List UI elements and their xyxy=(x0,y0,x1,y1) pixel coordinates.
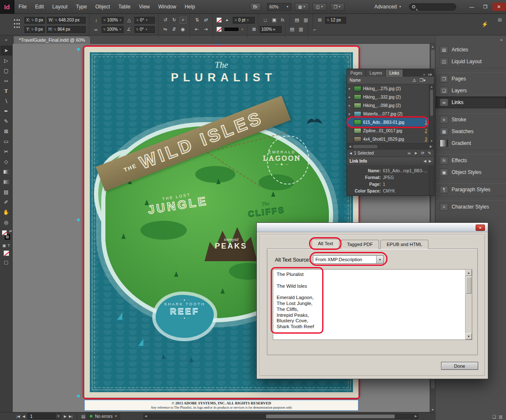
tab-pages[interactable]: Pages xyxy=(347,70,366,77)
page-tool[interactable] xyxy=(0,66,12,76)
flip-vertical-icon[interactable]: ⇵ xyxy=(171,26,178,33)
nav-left-icon[interactable]: ◀ xyxy=(350,152,352,155)
text-wrap-none-icon[interactable]: ▤ xyxy=(293,17,300,24)
scroll-up-icon[interactable]: ▲ xyxy=(429,84,434,89)
effects-icon[interactable]: fx. xyxy=(280,17,286,24)
spinner-icon[interactable]: ⇅ xyxy=(103,19,106,22)
dock-item-swatches[interactable]: Swatches xyxy=(436,126,506,137)
spinner-icon[interactable]: ⇅ xyxy=(327,19,329,22)
spinner-icon[interactable]: ⇅ xyxy=(55,19,57,22)
menu-type[interactable]: Type xyxy=(72,0,91,13)
text-wrap-icon[interactable]: ▥ xyxy=(302,17,309,24)
scissors-tool[interactable] xyxy=(0,147,12,157)
dock-item-liquid-layout[interactable]: Liquid Layout xyxy=(436,56,506,67)
dock-collapse-icon[interactable]: « xyxy=(500,37,503,42)
stroke-color-swatch[interactable] xyxy=(224,27,239,32)
fit-content-icon[interactable]: ▤ xyxy=(289,26,296,33)
page-number-dropdown[interactable]: 1 ▼ xyxy=(27,413,61,419)
rotate-ccw-icon[interactable]: ↺ xyxy=(162,17,169,24)
formatting-text-icon[interactable]: T xyxy=(8,243,10,248)
x-position-field[interactable]: X:⇅0 px xyxy=(24,17,45,24)
alt-text-textarea[interactable]: The Pluralist The Wild Isles Emerald Lag… xyxy=(273,269,472,340)
corner-radius-field[interactable]: ⇅12 px xyxy=(325,17,346,24)
dock-item-links[interactable]: Links xyxy=(436,96,506,108)
spinner-icon[interactable]: ⇅ xyxy=(31,28,34,31)
expand-caret-icon[interactable]: ▸ xyxy=(349,112,352,116)
pencil-tool[interactable] xyxy=(0,116,12,126)
link-info-scrollbar[interactable] xyxy=(429,165,434,195)
spinner-icon[interactable]: ⇅ xyxy=(54,28,57,31)
tab-alt-text[interactable]: Alt Text xyxy=(312,239,339,248)
tools-panel-collapse-icon[interactable]: » xyxy=(0,35,13,44)
textarea-scrollbar[interactable]: ▲ ▼ xyxy=(465,270,472,340)
copyright-text-frame[interactable]: © 2013 ADOBE SYSTEMS, INC. ALL RIGHTS RE… xyxy=(84,400,358,411)
menu-view[interactable]: View xyxy=(135,0,154,13)
rotate-cw-icon[interactable]: ↻ xyxy=(171,17,178,24)
screen-mode-dropdown[interactable]: ◫▼ xyxy=(312,3,327,11)
scrollbar-thumb[interactable] xyxy=(353,145,377,148)
menu-file[interactable]: File xyxy=(14,0,31,13)
next-link-icon[interactable]: ▶ xyxy=(429,159,431,163)
gradient-feather-tool[interactable] xyxy=(0,177,12,187)
chevron-down-icon[interactable]: ▼ xyxy=(55,414,61,419)
height-field[interactable]: H:⇅864 px xyxy=(47,26,86,33)
link-scale-icon[interactable]: ∞ xyxy=(93,26,100,33)
opacity-field[interactable]: 100%▶ xyxy=(260,26,282,33)
tab-tagged-pdf[interactable]: Tagged PDF xyxy=(341,240,379,249)
preflight-status[interactable]: No errors ▼ xyxy=(86,413,120,420)
dock-item-character-styles[interactable]: Character Styles xyxy=(436,201,506,213)
rotation-field[interactable]: ⇅0°▼ xyxy=(135,17,155,24)
workspace-switcher[interactable]: Advanced ▼ xyxy=(374,4,401,10)
scrollbar-thumb[interactable] xyxy=(266,415,395,418)
shear-field[interactable]: ⇅0°▼ xyxy=(135,26,155,33)
eyedropper-tool[interactable] xyxy=(0,197,12,207)
align-right-icon[interactable]: ⇥ xyxy=(202,26,209,33)
scroll-right-icon[interactable]: ▶ xyxy=(415,415,417,418)
first-page-icon[interactable]: |◀ xyxy=(15,415,21,418)
tab-layers[interactable]: Layers xyxy=(366,70,386,77)
scrollbar-thumb[interactable] xyxy=(466,277,471,294)
y-position-field[interactable]: Y:⇅0 px xyxy=(24,26,45,33)
panel-expand-icon[interactable]: » xyxy=(423,72,425,77)
pen-tool[interactable] xyxy=(0,106,12,116)
align-left-icon[interactable]: ⇤ xyxy=(194,26,200,33)
fill-none-swatch[interactable] xyxy=(216,27,222,32)
dock-item-paragraph-styles[interactable]: Paragraph Styles xyxy=(436,184,506,195)
update-link-icon[interactable]: ⟳ xyxy=(421,151,424,155)
spinner-icon[interactable]: ⇅ xyxy=(136,19,139,22)
menu-table[interactable]: Table xyxy=(114,0,135,13)
stroke-weight-field[interactable]: ⇅0 pt▼ xyxy=(233,17,255,24)
scale-x-field[interactable]: ⇅100%▼ xyxy=(102,17,124,24)
link-row[interactable]: 4x4_Shot01_0529.jpg3 xyxy=(347,135,430,143)
corner-options-icon[interactable]: □ xyxy=(262,17,269,24)
links-vertical-scrollbar[interactable]: ▲ ▼ xyxy=(429,84,434,143)
corner-shape-icon[interactable]: ⊞ xyxy=(316,17,323,24)
maximize-button[interactable]: ❐ xyxy=(479,3,492,11)
menu-object[interactable]: Object xyxy=(91,0,114,13)
stroke-none-swatch[interactable] xyxy=(216,17,222,23)
free-transform-tool[interactable] xyxy=(0,157,12,167)
hand-tool[interactable] xyxy=(0,207,12,217)
canvas-horizontal-scrollbar[interactable]: ◀ ▶ xyxy=(143,414,418,419)
link-row[interactable]: ▸Hiking_...332.jpg (2) xyxy=(347,93,430,101)
distribute-vertical-icon[interactable]: ⇅ xyxy=(194,17,200,24)
dialog-close-button[interactable]: ✕ xyxy=(476,225,485,231)
dialog-title-bar[interactable] xyxy=(257,223,488,232)
frame-handle[interactable] xyxy=(217,44,220,47)
spinner-icon[interactable]: ⇅ xyxy=(234,19,237,22)
scroll-down-icon[interactable]: ▼ xyxy=(429,139,434,143)
link-row[interactable]: ▸Waterfa....077.jpg (2) xyxy=(347,110,430,118)
tab-links[interactable]: Links xyxy=(386,70,403,77)
apply-none-button[interactable] xyxy=(3,250,9,256)
next-page-icon[interactable]: ▶ xyxy=(62,415,67,418)
selection-tool[interactable] xyxy=(0,45,12,56)
scroll-left-icon[interactable]: ◀ xyxy=(145,415,147,418)
view-options-dropdown[interactable]: ▦▼ xyxy=(295,3,309,11)
object-size-icon[interactable]: ⌐ xyxy=(312,26,318,33)
constrain-dimensions-icon[interactable]: ↕ xyxy=(93,17,100,24)
link-row-selected[interactable]: 615_Ado...BB3-01.jpg1 xyxy=(347,118,430,126)
relink-icon[interactable]: ∞ xyxy=(408,151,411,155)
scroll-up-icon[interactable]: ▲ xyxy=(430,44,435,49)
edit-original-icon[interactable]: ✎ xyxy=(428,151,431,155)
dock-item-stroke[interactable]: Stroke xyxy=(436,114,506,126)
